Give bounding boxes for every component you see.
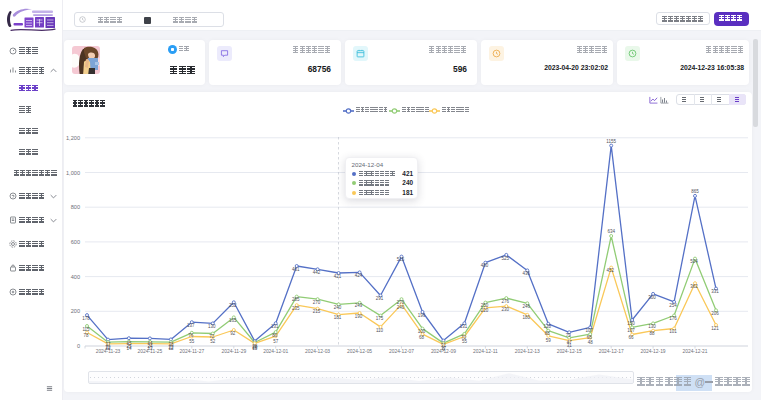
svg-text:452: 452 [606,268,614,273]
svg-text:362: 362 [690,284,698,289]
svg-text:2024-12-05: 2024-12-05 [347,349,372,354]
svg-text:525: 525 [502,256,510,261]
svg-text:421: 421 [334,274,342,279]
svg-text:178: 178 [82,316,90,321]
svg-text:196: 196 [418,313,426,318]
svg-text:55: 55 [462,339,468,344]
svg-text:800: 800 [71,204,80,210]
svg-text:76: 76 [188,333,194,338]
svg-text:2024-12-03: 2024-12-03 [305,349,330,354]
svg-text:331: 331 [711,289,719,294]
svg-text:121: 121 [711,326,719,331]
svg-text:2024-12-13: 2024-12-13 [515,349,540,354]
svg-text:12: 12 [105,346,111,351]
svg-text:13: 13 [147,346,153,351]
svg-text:176: 176 [669,316,677,321]
svg-text:0: 0 [77,343,80,349]
svg-text:300: 300 [648,295,656,300]
svg-text:130: 130 [648,324,656,329]
svg-text:252: 252 [229,303,237,308]
svg-text:107: 107 [585,328,593,333]
svg-text:235: 235 [292,306,300,311]
svg-text:52: 52 [210,339,216,344]
svg-text:400: 400 [71,274,80,280]
svg-text:1,000: 1,000 [66,170,80,176]
svg-text:2024-11-29: 2024-11-29 [221,349,246,354]
svg-text:181: 181 [334,315,342,320]
svg-text:515: 515 [397,257,405,262]
svg-text:2024-12-15: 2024-12-15 [557,349,582,354]
svg-text:150: 150 [627,321,635,326]
svg-text:291: 291 [376,296,384,301]
svg-text:78: 78 [83,333,89,338]
svg-text:2024-12-07: 2024-12-07 [389,349,414,354]
svg-text:865: 865 [691,189,699,194]
svg-text:206: 206 [711,311,719,316]
svg-text:1155: 1155 [606,139,616,144]
svg-text:442: 442 [313,270,321,275]
svg-text:461: 461 [292,267,300,272]
svg-text:12: 12 [168,346,174,351]
svg-text:80: 80 [272,333,278,338]
svg-text:230: 230 [502,307,510,312]
svg-text:72: 72 [209,334,215,339]
svg-text:2024-11-27: 2024-11-27 [179,349,204,354]
svg-text:59: 59 [546,338,552,343]
svg-text:424: 424 [355,273,363,278]
svg-text:68: 68 [419,335,425,340]
svg-text:79: 79 [566,333,572,338]
svg-text:137: 137 [187,323,195,328]
svg-text:100: 100 [418,329,426,334]
svg-text:2024-12-19: 2024-12-19 [641,349,666,354]
svg-text:2024-12-21: 2024-12-21 [682,349,707,354]
svg-text:285: 285 [292,297,300,302]
svg-text:1,200: 1,200 [66,135,80,141]
svg-text:480: 480 [481,263,489,268]
svg-text:101: 101 [669,329,677,334]
svg-text:31: 31 [567,343,573,348]
svg-text:88: 88 [545,331,551,336]
svg-text:220: 220 [481,308,489,313]
svg-text:110: 110 [376,328,384,333]
svg-text:2024-12-11: 2024-12-11 [473,349,498,354]
svg-text:190: 190 [355,314,363,319]
svg-text:15: 15 [252,346,258,351]
svg-text:128: 128 [544,324,552,329]
svg-text:115: 115 [82,327,90,332]
svg-text:504: 504 [690,259,698,264]
svg-text:107: 107 [627,328,635,333]
svg-text:240: 240 [334,305,342,310]
svg-text:200: 200 [71,308,80,314]
svg-text:131: 131 [271,324,279,329]
svg-text:254: 254 [669,303,677,308]
svg-text:57: 57 [273,339,279,344]
svg-text:180: 180 [523,315,531,320]
svg-text:600: 600 [71,239,80,245]
svg-text:276: 276 [502,299,510,304]
svg-text:68: 68 [587,335,593,340]
svg-text:66: 66 [629,335,635,340]
svg-text:175: 175 [376,316,384,321]
svg-text:130: 130 [208,324,216,329]
svg-text:165: 165 [229,318,237,323]
svg-text:14: 14 [126,346,132,351]
svg-text:436: 436 [523,271,531,276]
svg-text:131: 131 [460,324,468,329]
svg-text:270: 270 [313,300,321,305]
svg-text:240: 240 [397,305,405,310]
svg-text:48: 48 [588,340,594,345]
svg-text:215: 215 [313,309,321,314]
svg-text:249: 249 [355,303,363,308]
svg-text:55: 55 [189,339,195,344]
svg-text:88: 88 [650,331,656,336]
svg-text:92: 92 [230,331,236,336]
svg-text:246: 246 [523,304,531,309]
svg-text:2024-12-01: 2024-12-01 [263,349,288,354]
svg-text:634: 634 [607,229,615,234]
svg-text:2024-12-17: 2024-12-17 [599,349,624,354]
